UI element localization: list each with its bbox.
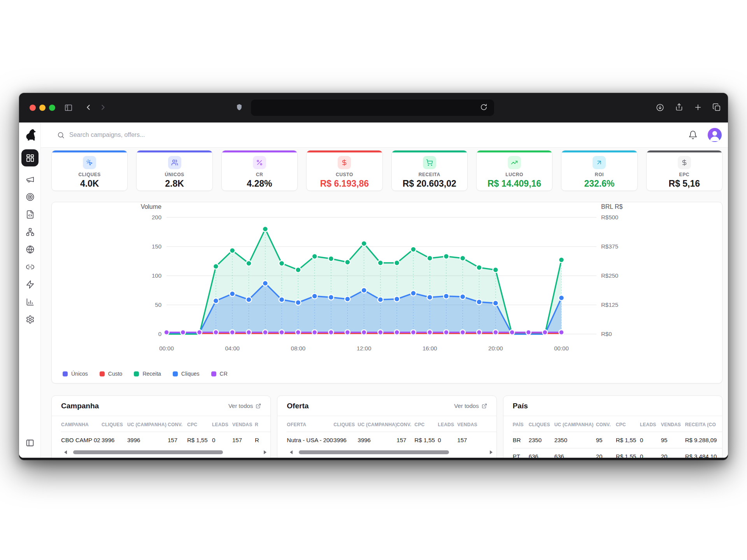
kpi-card-custo[interactable]: CUSTO R$ 6.193,86: [306, 150, 382, 191]
forward-button-icon[interactable]: [99, 103, 107, 112]
table-cell: R$ 1,55: [414, 437, 438, 443]
zoom-button[interactable]: [49, 105, 55, 111]
svg-text:BRL R$: BRL R$: [601, 203, 623, 210]
sidebar-toggle-icon[interactable]: [64, 103, 73, 112]
percent-icon: [253, 156, 266, 169]
user-avatar[interactable]: [708, 128, 722, 142]
scroll-left-arrow[interactable]: [290, 450, 293, 454]
table-cell: 95: [596, 437, 616, 443]
sidebar-item-dashboard[interactable]: [21, 149, 39, 166]
accent-bar: [477, 150, 552, 152]
kpi-row: CLIQUES 4.0K ÚNICOS 2.8K: [51, 150, 722, 191]
table-row[interactable]: PT63663620R$ 1,55020R$ 3.484,10: [513, 448, 722, 458]
sidebar-item-funnels[interactable]: [21, 227, 39, 236]
column-header: CLIQUES: [529, 422, 554, 427]
scrollbar-thumb[interactable]: [73, 450, 223, 454]
scroll-right-arrow[interactable]: [490, 450, 493, 454]
ver-todos-link[interactable]: Ver todos: [454, 402, 487, 409]
table-cell: 157: [168, 437, 187, 443]
svg-text:100: 100: [152, 272, 161, 279]
kpi-card-unicos[interactable]: ÚNICOS 2.8K: [136, 150, 212, 191]
table-cell: 3996: [333, 437, 358, 443]
sidebar-item-domains[interactable]: [21, 245, 39, 254]
kpi-card-epc[interactable]: EPC R$ 5,16: [646, 150, 722, 191]
back-button-icon[interactable]: [84, 103, 93, 112]
arrow-up-right-icon: [593, 156, 606, 169]
column-header: CAMPANHA: [61, 422, 102, 427]
column-header: LEADS: [438, 422, 457, 427]
table-row[interactable]: CBO CAMP 0239963996157R$ 1,550157R: [61, 432, 270, 448]
kpi-card-cliques[interactable]: CLIQUES 4.0K: [51, 150, 128, 191]
sidebar-item-offers[interactable]: [21, 192, 39, 201]
legend-item[interactable]: Únicos: [63, 371, 88, 377]
kpi-card-receita[interactable]: RECEITA R$ 20.603,02: [391, 150, 468, 191]
legend-label: Receita: [142, 371, 161, 377]
svg-text:Volume: Volume: [141, 203, 161, 210]
kpi-card-roi[interactable]: ROI 232.6%: [561, 150, 637, 191]
table-cell: R$ 1,55: [187, 437, 212, 443]
table-cell: 2350: [554, 437, 596, 443]
sidebar-item-reports[interactable]: [21, 297, 39, 306]
table-cell: 157: [232, 437, 255, 443]
sidebar-nav: [19, 149, 41, 324]
legend-item[interactable]: CR: [211, 371, 228, 377]
external-link-icon: [482, 403, 487, 409]
legend-item[interactable]: Cliques: [173, 371, 200, 377]
close-button[interactable]: [30, 105, 36, 111]
table-cell: Nutra - USA - 200$: [287, 437, 333, 443]
downloads-icon[interactable]: [656, 103, 664, 112]
svg-text:R$375: R$375: [601, 243, 618, 250]
scrollbar-track[interactable]: [295, 450, 487, 454]
ver-todos-link[interactable]: Ver todos: [228, 402, 261, 409]
shield-icon[interactable]: [235, 103, 243, 112]
table-row[interactable]: Nutra - USA - 200$39963996157R$ 1,550157: [287, 432, 496, 448]
tab-overview-icon[interactable]: [712, 103, 721, 112]
scroll-right-arrow[interactable]: [264, 450, 267, 454]
table-title: Campanha: [61, 402, 99, 410]
table-row[interactable]: BR2350235095R$ 1,55095R$ 9.288,09: [513, 432, 722, 448]
legend-item[interactable]: Custo: [100, 371, 123, 377]
sidebar-item-landing-pages[interactable]: [21, 210, 39, 219]
search-input[interactable]: [69, 131, 233, 138]
kpi-card-cr[interactable]: CR 4.28%: [221, 150, 298, 191]
kpi-label: RECEITA: [392, 172, 467, 177]
sidebar-item-campaigns[interactable]: [21, 175, 39, 184]
column-header: CLIQUES: [333, 422, 358, 427]
table-cell: R: [255, 437, 270, 443]
collapse-sidebar-icon[interactable]: [25, 438, 35, 448]
horizontal-scrollbar[interactable]: [287, 448, 496, 454]
table-cell: 0: [640, 453, 661, 458]
volume-revenue-chart[interactable]: 200R$500150R$375100R$25050R$1250R$0Volum…: [51, 202, 722, 383]
reload-icon[interactable]: [480, 103, 487, 111]
share-icon[interactable]: [675, 103, 683, 111]
accent-bar: [52, 150, 127, 152]
dog-logo[interactable]: [23, 128, 37, 142]
column-header: VENDAS: [661, 422, 685, 427]
sidebar-item-automation[interactable]: [21, 280, 39, 289]
dashboard-page: CLIQUES 4.0K ÚNICOS 2.8K: [41, 148, 728, 458]
sidebar-item-settings[interactable]: [21, 315, 39, 324]
notifications-bell-icon[interactable]: [688, 130, 698, 140]
table-cell: R$ 9.288,09: [685, 437, 722, 443]
column-header: LEADS: [640, 422, 661, 427]
sidebar-item-links[interactable]: [21, 262, 39, 271]
legend-label: CR: [220, 371, 228, 377]
column-header: CPC: [187, 422, 212, 427]
table-cell: R$ 3.484,10: [685, 453, 722, 458]
table-cell: R$ 1,55: [616, 453, 640, 458]
horizontal-scrollbar[interactable]: [61, 448, 270, 454]
new-tab-icon[interactable]: [694, 103, 702, 112]
scrollbar-track[interactable]: [69, 450, 261, 454]
scroll-left-arrow[interactable]: [64, 450, 67, 454]
svg-text:04:00: 04:00: [225, 345, 240, 352]
accent-bar: [647, 150, 722, 152]
accent-bar: [137, 150, 212, 152]
legend-swatch: [211, 371, 216, 376]
svg-text:50: 50: [155, 301, 161, 308]
url-address-bar[interactable]: [251, 100, 494, 116]
scrollbar-thumb[interactable]: [299, 450, 449, 454]
kpi-card-lucro[interactable]: LUCRO R$ 14.409,16: [476, 150, 552, 191]
kpi-value: 4.0K: [52, 178, 127, 189]
legend-item[interactable]: Receita: [134, 371, 161, 377]
minimize-button[interactable]: [39, 105, 46, 111]
